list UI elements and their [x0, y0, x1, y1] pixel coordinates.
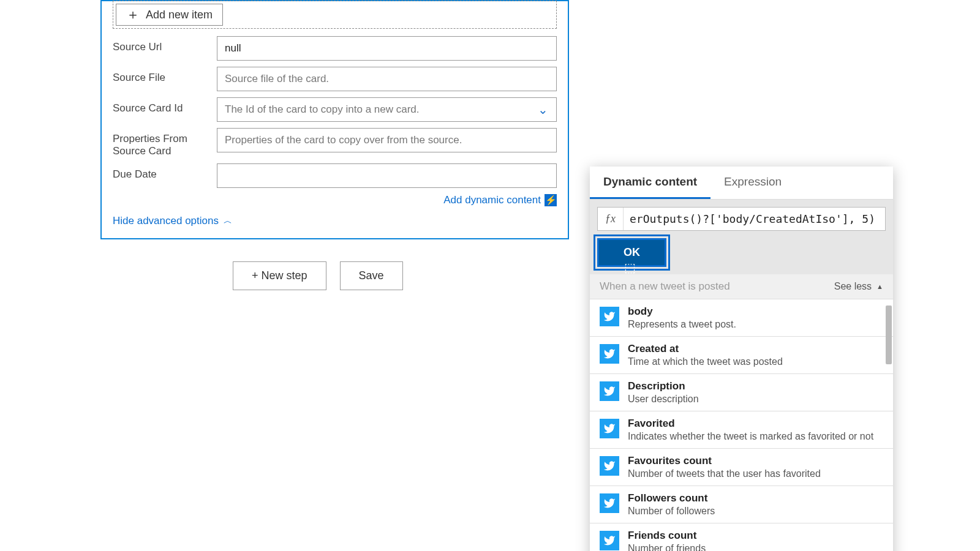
- label-due-date: Due Date: [113, 163, 217, 181]
- item-title: Followers count: [628, 492, 715, 504]
- item-text: Favourites count Number of tweets that t…: [628, 455, 821, 479]
- expression-input[interactable]: [624, 208, 885, 230]
- expression-input-row: ƒx: [597, 207, 886, 231]
- tab-dynamic-content[interactable]: Dynamic content: [590, 167, 710, 199]
- add-new-item-button[interactable]: ＋ Add new item: [116, 4, 223, 26]
- dynamic-item[interactable]: Favorited Indicates whether the tweet is…: [590, 411, 893, 449]
- bottom-actions: + New step Save: [233, 261, 403, 290]
- item-text: Friends count Number of friends: [628, 530, 706, 551]
- chevron-up-icon: ︿: [224, 216, 232, 227]
- row-source-url: Source Url: [113, 36, 557, 61]
- add-item-container: ＋ Add new item: [113, 1, 557, 29]
- add-dynamic-content-row: Add dynamic content ⚡: [113, 194, 557, 206]
- row-due-date: Due Date: [113, 163, 557, 188]
- see-less-label: See less: [834, 281, 872, 292]
- twitter-icon: [600, 531, 619, 550]
- plus-icon: ＋: [126, 8, 140, 21]
- dynamic-item-list: body Represents a tweet post. Created at…: [590, 299, 893, 551]
- source-card-id-input[interactable]: [217, 97, 557, 122]
- item-title: Favorited: [628, 418, 873, 430]
- row-source-card-id: Source Card Id ⌄: [113, 97, 557, 122]
- see-less-link[interactable]: See less ▲: [834, 281, 883, 292]
- row-props-from-source: Properties From Source Card: [113, 128, 557, 157]
- tab-expression[interactable]: Expression: [710, 167, 795, 199]
- label-props-from-source: Properties From Source Card: [113, 128, 217, 157]
- item-title: Friends count: [628, 530, 706, 542]
- twitter-icon: [600, 456, 619, 476]
- twitter-icon: [600, 419, 619, 438]
- group-title: When a new tweet is posted: [600, 280, 730, 293]
- item-description: Indicates whether the tweet is marked as…: [628, 431, 873, 442]
- item-title: Favourites count: [628, 455, 821, 467]
- source-card-id-select[interactable]: ⌄: [217, 97, 557, 122]
- ok-button[interactable]: OK: [597, 238, 666, 267]
- item-text: body Represents a tweet post.: [628, 305, 736, 330]
- item-description: Represents a tweet post.: [628, 319, 736, 330]
- row-source-file: Source File: [113, 67, 557, 91]
- triangle-up-icon: ▲: [876, 283, 883, 290]
- twitter-icon: [600, 344, 619, 364]
- props-from-source-input[interactable]: [217, 128, 557, 152]
- fx-icon: ƒx: [598, 208, 624, 230]
- item-text: Favorited Indicates whether the tweet is…: [628, 418, 873, 442]
- vertical-scrollbar[interactable]: [884, 299, 892, 551]
- twitter-icon: [600, 307, 619, 326]
- item-title: Description: [628, 380, 699, 392]
- items-scroll-region: body Represents a tweet post. Created at…: [590, 299, 893, 551]
- dynamic-content-badge-icon: ⚡: [545, 194, 557, 206]
- item-text: Created at Time at which the tweet was p…: [628, 343, 783, 367]
- add-item-label: Add new item: [146, 9, 213, 21]
- new-step-button[interactable]: + New step: [233, 261, 326, 290]
- expression-bar: ƒx: [590, 200, 893, 238]
- item-description: User description: [628, 394, 699, 405]
- item-text: Followers count Number of followers: [628, 492, 715, 517]
- dynamic-item[interactable]: Favourites count Number of tweets that t…: [590, 449, 893, 486]
- source-url-input[interactable]: [217, 36, 557, 61]
- item-description: Number of followers: [628, 506, 715, 517]
- item-description: Number of friends: [628, 543, 706, 551]
- item-title: Created at: [628, 343, 783, 355]
- twitter-icon: [600, 493, 619, 513]
- hide-advanced-options-link[interactable]: Hide advanced options ︿: [113, 215, 232, 227]
- source-file-input[interactable]: [217, 67, 557, 91]
- card-action-panel: ＋ Add new item Source Url Source File So…: [100, 0, 569, 239]
- group-header: When a new tweet is posted See less ▲: [590, 274, 893, 299]
- label-source-file: Source File: [113, 67, 217, 84]
- due-date-input[interactable]: [217, 163, 557, 188]
- dynamic-item[interactable]: Description User description: [590, 374, 893, 411]
- ok-button-wrap: OK ⬚: [590, 238, 893, 274]
- scrollbar-thumb[interactable]: [886, 305, 892, 364]
- hide-advanced-label: Hide advanced options: [113, 215, 219, 227]
- dynamic-item[interactable]: Friends count Number of friends: [590, 523, 893, 551]
- dynamic-item[interactable]: body Represents a tweet post.: [590, 299, 893, 337]
- save-button[interactable]: Save: [340, 261, 403, 290]
- flyout-tabs: Dynamic content Expression: [590, 167, 893, 200]
- item-text: Description User description: [628, 380, 699, 405]
- label-source-card-id: Source Card Id: [113, 97, 217, 114]
- label-source-url: Source Url: [113, 36, 217, 53]
- twitter-icon: [600, 381, 619, 401]
- dynamic-item[interactable]: Followers count Number of followers: [590, 486, 893, 523]
- dynamic-item[interactable]: Created at Time at which the tweet was p…: [590, 337, 893, 374]
- item-title: body: [628, 305, 736, 318]
- dynamic-content-flyout: Dynamic content Expression ƒx OK ⬚ When …: [590, 167, 893, 551]
- add-dynamic-content-link[interactable]: Add dynamic content ⚡: [443, 194, 557, 206]
- item-description: Number of tweets that the user has favor…: [628, 468, 821, 479]
- add-dynamic-content-label: Add dynamic content: [443, 194, 541, 206]
- item-description: Time at which the tweet was posted: [628, 356, 783, 367]
